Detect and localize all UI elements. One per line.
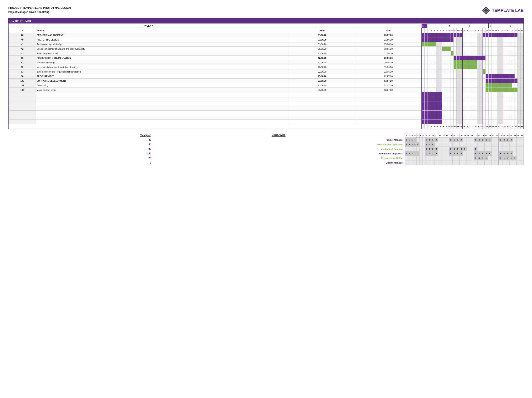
gantt-cell — [459, 74, 462, 79]
gantt-cell — [454, 69, 456, 74]
gantt-cell — [512, 69, 515, 74]
gantt-cell — [459, 65, 462, 69]
gantt-cell — [488, 51, 492, 56]
row-end: 11/06/20 — [355, 51, 422, 56]
mp-cell — [467, 138, 470, 142]
mp-cell — [405, 156, 408, 160]
row-start: 01/06/20 — [289, 42, 355, 47]
gantt-cell — [503, 79, 506, 83]
mp-cell — [488, 156, 492, 160]
mp-cell: 8 — [411, 142, 413, 147]
mp-cell — [520, 151, 524, 156]
gantt-cell — [515, 83, 518, 88]
gantt-cell — [494, 60, 497, 65]
gantt-cell — [506, 51, 509, 56]
mp-cell: 8 — [509, 151, 513, 156]
row-end: 02/07/20 — [355, 74, 422, 79]
gantt-cell — [454, 38, 456, 42]
gantt-cell — [506, 38, 509, 42]
gantt-cell — [427, 69, 430, 74]
gantt-cell — [497, 47, 500, 51]
mp-row: 47Project Manager111411141114122242224 — [8, 138, 524, 142]
mp-cell: 2 — [411, 151, 413, 156]
gantt-cell — [503, 74, 506, 79]
gantt-cell — [442, 60, 445, 65]
gantt-cell — [454, 60, 456, 65]
gantt-cell — [488, 69, 492, 74]
pm-name: Owen Armstrong — [29, 11, 50, 13]
gantt-cell — [503, 56, 506, 60]
mp-role-title: Mechanical Constructor — [152, 142, 405, 147]
gantt-cell — [488, 74, 492, 79]
mp-row: 80Mechanical Engineer8888888888 — [8, 147, 524, 151]
gantt-cell — [442, 42, 445, 47]
mp-cell — [470, 151, 474, 156]
mp-cell — [520, 156, 524, 160]
gantt-cell — [448, 56, 451, 60]
week-header-row: WEEK > 1 2 3 4 5 — [9, 24, 524, 28]
mp-cell: 8 — [477, 151, 481, 156]
mp-cell — [459, 156, 463, 160]
mp-cell — [438, 138, 442, 142]
gantt-cell — [483, 60, 486, 65]
gantt-cell — [456, 47, 459, 51]
mp-cell — [445, 160, 449, 165]
mp-hours: 23 — [8, 156, 152, 160]
gantt-cell — [439, 47, 442, 51]
mp-cell: 1 — [484, 156, 488, 160]
gantt-cell — [422, 65, 424, 69]
gantt-cell — [433, 74, 436, 79]
gantt-cell — [520, 83, 524, 88]
gantt-cell — [515, 51, 518, 56]
gantt-cell — [492, 69, 494, 74]
mp-cell — [495, 142, 499, 147]
gantt-cell — [474, 60, 477, 65]
gantt-cell — [430, 60, 433, 65]
mp-cell — [513, 147, 516, 151]
gantt-cell — [477, 51, 480, 56]
gantt-cell — [427, 33, 430, 38]
gantt-cell — [424, 79, 427, 83]
gantt-cell — [465, 42, 468, 47]
mp-hours: 47 — [8, 138, 152, 142]
gantt-cell — [465, 56, 468, 60]
gantt-cell — [512, 60, 515, 65]
mp-cell: 1 — [474, 138, 478, 142]
gantt-cell — [430, 69, 433, 74]
gantt-cell — [494, 65, 497, 69]
gantt-cell — [503, 47, 506, 51]
gantt-cell — [442, 83, 445, 88]
gantt-cell — [445, 38, 448, 42]
gantt-cell — [520, 74, 524, 79]
mp-cell — [449, 156, 453, 160]
gantt-cell — [430, 65, 433, 69]
row-activity: PROJECT MANAGEMENT — [36, 33, 289, 38]
mp-cell — [442, 147, 445, 151]
gantt-cell — [468, 79, 471, 83]
mp-cell — [456, 156, 459, 160]
gantt-cell — [459, 79, 462, 83]
gantt-cell — [477, 79, 480, 83]
gantt-cell — [427, 51, 430, 56]
gantt-cell — [439, 56, 442, 60]
gantt-cell — [486, 88, 488, 92]
mp-cell — [499, 147, 502, 151]
gantt-cell — [503, 33, 506, 38]
gantt-cell — [506, 65, 509, 69]
mp-cell: 8 — [499, 151, 502, 156]
table-row: 61Electrical drawings12/06/2019/06/20 — [9, 60, 524, 65]
gantt-cell — [500, 56, 503, 60]
gantt-cell — [518, 51, 520, 56]
mp-role-title: Automation Engineer 1 — [152, 151, 405, 156]
mp-cell — [445, 156, 449, 160]
gantt-cell — [506, 88, 509, 92]
row-activity: PROCUREMENT — [36, 74, 289, 79]
gantt-cell — [462, 33, 465, 38]
gantt-cell — [465, 69, 468, 74]
table-row — [9, 92, 524, 97]
mp-cell — [470, 160, 474, 165]
mp-cell — [488, 160, 492, 165]
mp-cell — [431, 160, 435, 165]
gantt-cell — [459, 38, 462, 42]
mp-cell — [459, 142, 463, 147]
